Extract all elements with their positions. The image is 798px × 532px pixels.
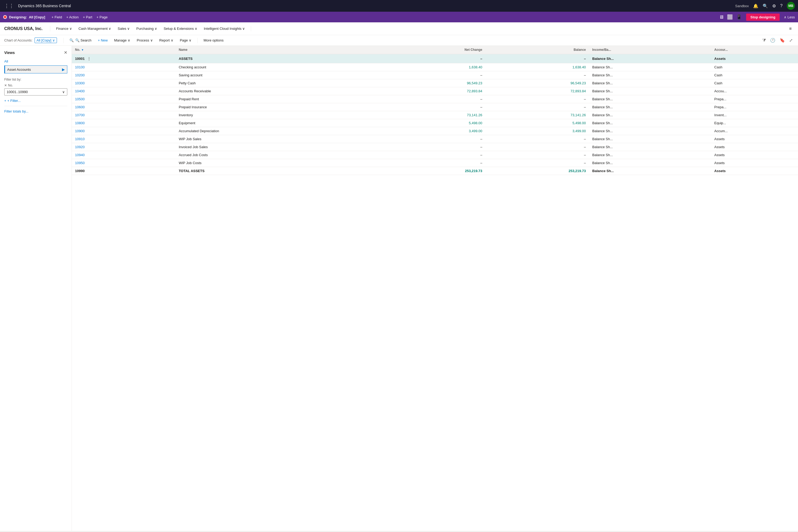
table-row: 10910 WIP Job Sales – – Balance Sh... As… — [72, 135, 798, 143]
table-header-row: No. ▼ Name Net Change Balance Income/Ba.… — [72, 46, 798, 54]
add-page-button[interactable]: + Page — [97, 15, 108, 19]
views-arrow-icon: ▶ — [62, 67, 65, 72]
designing-label: Designing: All [Copy] — [9, 15, 45, 19]
manage-button[interactable]: Manage ∨ — [111, 37, 133, 43]
row-no[interactable]: 10950 — [72, 159, 175, 167]
row-account-type: Assets — [711, 54, 798, 63]
designer-bar: Designing: All [Copy] + Field + Action +… — [0, 12, 798, 22]
filter-icon-btn[interactable]: ⧩ — [761, 37, 767, 44]
company-name: CRONUS USA, Inc. — [4, 26, 42, 31]
views-all-item[interactable]: All — [4, 58, 67, 64]
col-net-change: Net Change — [380, 46, 486, 54]
menu-item-purchasing[interactable]: Purchasing ∨ — [134, 25, 160, 32]
filter-dropdown[interactable]: 10001..10990 ∨ — [4, 88, 67, 95]
menu-item-cash-management[interactable]: Cash Management ∨ — [76, 25, 114, 32]
row-no[interactable]: 10300 — [72, 79, 175, 87]
row-account-type: Accou... — [711, 87, 798, 95]
row-net-change: 1,638.40 — [380, 63, 486, 71]
menu-item-setup[interactable]: Setup & Extensions ∨ — [161, 25, 200, 32]
row-no[interactable]: 10700 — [72, 111, 175, 119]
table-header: No. ▼ Name Net Change Balance Income/Ba.… — [72, 46, 798, 54]
row-actions-btn[interactable]: ⋮ — [86, 56, 92, 61]
row-name: Accounts Receivable — [175, 87, 380, 95]
row-no[interactable]: 10600 — [72, 103, 175, 111]
row-account-type: Cash — [711, 79, 798, 87]
row-name: Invoiced Job Sales — [175, 143, 380, 151]
menu-item-cloud-insights[interactable]: Intelligent Cloud Insights ∨ — [201, 25, 248, 32]
filter-totals-button[interactable]: Filter totals by... — [4, 109, 67, 113]
row-name: Petty Cash — [175, 79, 380, 87]
search-icon[interactable]: 🔍 — [763, 3, 768, 8]
row-account-type: Assets — [711, 159, 798, 167]
less-button[interactable]: ∧ Less — [784, 15, 795, 19]
row-no[interactable]: 10940 — [72, 151, 175, 159]
designer-right: 🖥 ⬜ 📱 Stop designing ∧ Less — [719, 14, 795, 21]
gear-icon[interactable]: ⚙ — [772, 3, 776, 8]
row-no[interactable]: 10910 — [72, 135, 175, 143]
breadcrumb-label: Chart of Accounts: — [4, 38, 33, 42]
help-icon[interactable]: ? — [780, 3, 783, 8]
menu-more-icon[interactable]: ≡ — [787, 25, 794, 32]
report-button[interactable]: Report ∨ — [157, 37, 176, 43]
row-balance: 72,893.84 — [486, 87, 589, 95]
row-income-balance: Balance Sh... — [589, 111, 711, 119]
views-selected-item[interactable]: Asset Accounts ▶ — [4, 65, 67, 73]
row-no[interactable]: 10100 — [72, 63, 175, 71]
new-button[interactable]: + New — [95, 37, 110, 43]
toolbar-right: ⧩ 🕐 🔖 ⤢ — [761, 37, 794, 44]
row-name: Checking account — [175, 63, 380, 71]
add-action-button[interactable]: + Action — [66, 15, 79, 19]
row-net-change: – — [380, 103, 486, 111]
row-no[interactable]: 10900 — [72, 127, 175, 135]
stop-designing-button[interactable]: Stop designing — [746, 14, 780, 21]
col-name: Name — [175, 46, 380, 54]
tablet-icon[interactable]: ⬜ — [727, 14, 733, 20]
filter-tag-remove[interactable]: ✕ — [4, 83, 7, 87]
row-no[interactable]: 10500 — [72, 95, 175, 103]
add-part-button[interactable]: + Part — [83, 15, 92, 19]
menu-item-sales[interactable]: Sales ∨ — [115, 25, 132, 32]
row-account-type: Prepa... — [711, 103, 798, 111]
row-name: WIP Job Sales — [175, 135, 380, 143]
waffle-icon[interactable]: ⋮⋮ — [3, 2, 15, 10]
mobile-icon[interactable]: 📱 — [736, 14, 742, 20]
more-options-button[interactable]: More options — [201, 37, 226, 43]
row-balance: – — [486, 95, 589, 103]
row-balance: – — [486, 159, 589, 167]
row-no[interactable]: 10920 — [72, 143, 175, 151]
bookmark-icon-btn[interactable]: 🔖 — [779, 37, 786, 44]
row-income-balance: Balance Sh... — [589, 103, 711, 111]
row-balance: – — [486, 54, 589, 63]
row-no: 10001 ⋮ — [72, 54, 175, 63]
add-field-button[interactable]: + Field — [52, 15, 62, 19]
row-name: Accrued Job Costs — [175, 151, 380, 159]
filter-add-button[interactable]: + + Filter... — [4, 99, 67, 103]
desktop-icon[interactable]: 🖥 — [719, 14, 724, 20]
row-income-balance: Balance Sh... — [589, 143, 711, 151]
row-balance: 73,141.26 — [486, 111, 589, 119]
bell-icon[interactable]: 🔔 — [753, 3, 758, 8]
user-avatar[interactable]: MB — [787, 2, 795, 10]
row-no[interactable]: 10800 — [72, 119, 175, 127]
row-no[interactable]: 10200 — [72, 71, 175, 79]
menu-item-finance[interactable]: Finance ∨ — [54, 25, 75, 32]
row-net-change: 3,499.00 — [380, 127, 486, 135]
breadcrumb-value[interactable]: All [Copy] ∨ — [35, 38, 57, 43]
toolbar-divider-2 — [197, 38, 198, 43]
row-account-type: Assets — [711, 143, 798, 151]
expand-icon-btn[interactable]: ⤢ — [788, 37, 794, 44]
bottom-scrollbar[interactable] — [0, 531, 798, 532]
page-button[interactable]: Page ∨ — [177, 37, 194, 43]
no-filter-icon: ▼ — [81, 49, 84, 51]
designer-dot — [3, 15, 7, 19]
top-nav-right: Sandbox 🔔 🔍 ⚙ ? MB — [735, 2, 795, 10]
views-close-button[interactable]: ✕ — [64, 50, 67, 55]
clock-icon-btn[interactable]: 🕐 — [769, 37, 776, 44]
row-no[interactable]: 10400 — [72, 87, 175, 95]
filter-dropdown-chevron: ∨ — [62, 90, 65, 94]
row-account-type: Assets — [711, 135, 798, 143]
process-button[interactable]: Process ∨ — [134, 37, 156, 43]
filter-add-icon: + — [4, 99, 6, 103]
search-button[interactable]: 🔍 🔍 Search — [67, 37, 94, 43]
col-income-balance: Income/Ba... — [589, 46, 711, 54]
